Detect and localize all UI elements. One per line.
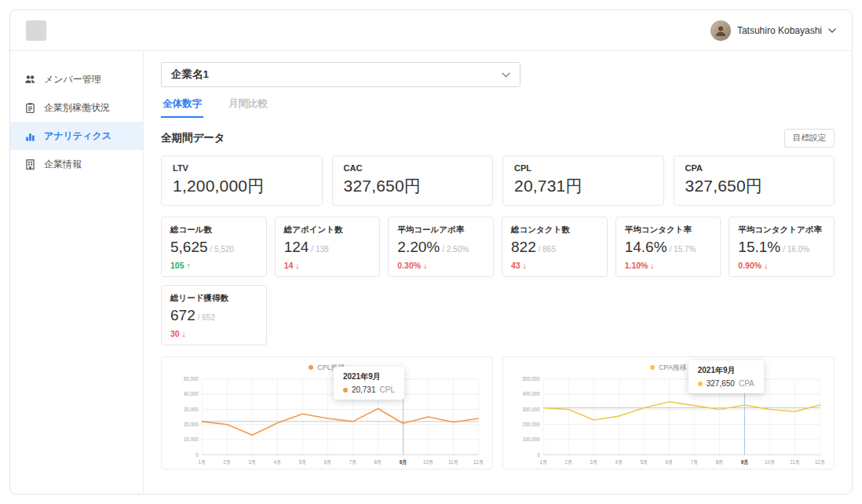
metric-card-total-leads: 総リード獲得数 672/ 652 30 ↓ — [161, 285, 267, 345]
app-logo — [26, 20, 46, 41]
metric-card-total-calls: 総コール数 5,625/ 5,520 105 ↑ — [161, 217, 267, 277]
metric-delta: 30 ↓ — [170, 329, 258, 338]
svg-text:12月: 12月 — [815, 459, 825, 466]
avatar — [710, 20, 731, 41]
members-icon — [24, 74, 36, 86]
company-select-value: 企業名1 — [171, 68, 209, 82]
metric-value: 822 — [511, 239, 536, 255]
sidebar-item-label: 企業情報 — [44, 158, 82, 171]
metric-delta: 1.10% ↓ — [625, 261, 712, 270]
legend-label: CPA推移 — [659, 363, 687, 373]
tooltip-series: CPL — [380, 385, 395, 394]
tooltip-value: 20,731 — [352, 385, 376, 394]
metric-label: 平均コンタクトアポ率 — [738, 225, 825, 236]
cpa-line-chart[interactable]: 0100,000200,000300,000400,000500,0001月2月… — [510, 373, 827, 467]
metric-target: / 16.0% — [783, 245, 809, 254]
metric-value: 124 — [284, 239, 309, 255]
cpl-chart-panel: CPL推移 2021年9月 20,731 CPL 010,00020,00030… — [161, 356, 493, 469]
sidebar-item-label: メンバー管理 — [44, 73, 101, 86]
metric-target: / 865 — [539, 245, 556, 254]
svg-text:3月: 3月 — [590, 459, 598, 466]
bar-chart-icon — [24, 130, 36, 142]
metric-delta: 0.30% ↓ — [397, 261, 484, 270]
kpi-value: 327,650円 — [685, 175, 824, 197]
svg-text:8月: 8月 — [716, 459, 724, 466]
company-select[interactable]: 企業名1 — [161, 62, 520, 87]
metric-label: 平均コールアポ率 — [397, 225, 484, 236]
svg-text:9月: 9月 — [741, 459, 749, 466]
metric-delta: 105 ↑ — [170, 261, 258, 270]
metric-target: / 138 — [311, 245, 328, 254]
svg-text:5月: 5月 — [641, 459, 648, 466]
tab-overall-numbers[interactable]: 全体数字 — [161, 97, 203, 118]
kpi-value: 20,731円 — [514, 175, 652, 197]
top-bar: Tatsuhiro Kobayashi — [10, 10, 852, 51]
kpi-label: CAC — [344, 163, 482, 173]
metric-label: 総リード獲得数 — [170, 293, 258, 304]
svg-text:11月: 11月 — [448, 459, 458, 466]
tooltip-title: 2021年9月 — [343, 371, 395, 382]
metric-card-total-appointments: 総アポイント数 124/ 138 14 ↓ — [275, 217, 381, 277]
cpl-chart-tooltip: 2021年9月 20,731 CPL — [334, 367, 404, 400]
svg-text:12月: 12月 — [473, 459, 484, 466]
svg-text:50,000: 50,000 — [184, 376, 199, 382]
metric-target: / 652 — [198, 313, 215, 322]
cpl-line-chart[interactable]: 010,00020,00030,00040,00050,0001月2月3月4月5… — [168, 373, 486, 467]
metric-label: 総コール数 — [170, 225, 258, 236]
sidebar-item-company-status[interactable]: 企業別稼働状況 — [10, 93, 143, 122]
goal-setting-button[interactable]: 目標設定 — [784, 129, 835, 148]
kpi-label: LTV — [173, 163, 311, 173]
svg-text:2月: 2月 — [565, 459, 573, 466]
metric-value: 2.20% — [397, 239, 440, 255]
charts-row: CPL推移 2021年9月 20,731 CPL 010,00020,00030… — [161, 356, 835, 469]
metric-label: 総コンタクト数 — [511, 225, 598, 236]
metric-target: / 15.7% — [670, 245, 696, 254]
tooltip-title: 2021年9月 — [698, 365, 754, 376]
metric-value: 672 — [170, 307, 195, 323]
legend-dot — [309, 365, 313, 370]
metric-value: 14.6% — [625, 239, 667, 255]
svg-text:4月: 4月 — [615, 459, 623, 466]
chevron-down-icon — [828, 28, 836, 33]
app-window: Tatsuhiro Kobayashi メンバー管理 — [9, 9, 853, 495]
svg-text:7月: 7月 — [691, 459, 699, 466]
metric-grid: 総コール数 5,625/ 5,520 105 ↑ 総アポイント数 124/ 13… — [161, 217, 835, 345]
svg-text:1月: 1月 — [540, 459, 548, 466]
svg-text:3月: 3月 — [249, 459, 257, 466]
tab-monthly-comparison[interactable]: 月間比較 — [227, 97, 269, 118]
cpa-chart-legend: CPA推移 — [510, 362, 827, 373]
metric-value: 5,625 — [170, 239, 208, 255]
kpi-row: LTV 1,200,000円 CAC 327,650円 CPL 20,731円 … — [161, 155, 835, 206]
sidebar-item-analytics[interactable]: アナリティクス — [10, 122, 143, 150]
kpi-card-cpa: CPA 327,650円 — [674, 155, 835, 206]
svg-text:10,000: 10,000 — [184, 436, 199, 442]
chevron-down-icon — [502, 72, 510, 78]
metric-delta: 43 ↓ — [511, 261, 598, 270]
svg-text:8月: 8月 — [374, 459, 382, 466]
tooltip-series: CPA — [739, 379, 754, 388]
cpa-chart-panel: CPA推移 2021年9月 327,650 CPA 0100,000200,00… — [502, 356, 835, 469]
section-title: 全期間データ — [161, 131, 225, 145]
metric-card-avg-call-appointment-rate: 平均コールアポ率 2.20%/ 2.50% 0.30% ↓ — [388, 217, 494, 277]
svg-text:6月: 6月 — [324, 459, 332, 466]
sidebar-item-company-info[interactable]: 企業情報 — [10, 150, 143, 178]
kpi-value: 327,650円 — [344, 175, 482, 197]
svg-text:300,000: 300,000 — [523, 407, 541, 412]
sidebar-item-members[interactable]: メンバー管理 — [10, 65, 143, 93]
cpa-chart-tooltip: 2021年9月 327,650 CPA — [689, 360, 764, 393]
svg-text:1月: 1月 — [199, 459, 206, 466]
person-icon — [714, 24, 727, 37]
metric-target: / 5,520 — [210, 245, 235, 254]
user-name: Tatsuhiro Kobayashi — [737, 25, 822, 36]
svg-text:6月: 6月 — [666, 459, 674, 466]
cpl-chart-legend: CPL推移 — [168, 362, 486, 373]
sidebar: メンバー管理 企業別稼働状況 アナリティクス — [10, 51, 144, 494]
metric-label: 総アポイント数 — [284, 225, 371, 236]
svg-text:0: 0 — [195, 451, 199, 457]
kpi-card-ltv: LTV 1,200,000円 — [161, 155, 323, 206]
sidebar-item-label: アナリティクス — [44, 130, 111, 143]
user-menu[interactable]: Tatsuhiro Kobayashi — [710, 20, 836, 41]
svg-text:500,000: 500,000 — [523, 376, 541, 382]
metric-card-total-contacts: 総コンタクト数 822/ 865 43 ↓ — [502, 217, 608, 277]
section-header: 全期間データ 目標設定 — [161, 129, 835, 148]
